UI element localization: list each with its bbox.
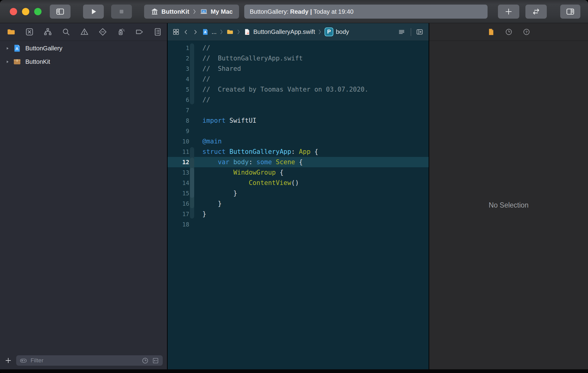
fold-gutter bbox=[189, 198, 194, 209]
line-number[interactable]: 13 bbox=[168, 167, 189, 178]
line-number[interactable]: 18 bbox=[168, 219, 189, 230]
toggle-inspector-button[interactable] bbox=[560, 5, 580, 19]
toggle-navigator-button[interactable] bbox=[50, 5, 71, 19]
zoom-window-button[interactable] bbox=[34, 8, 42, 15]
code-text: // bbox=[194, 95, 210, 105]
line-number[interactable]: 4 bbox=[168, 74, 189, 84]
source-control-navigator-tab[interactable] bbox=[20, 23, 38, 41]
disclosure-triangle-icon[interactable] bbox=[5, 46, 10, 51]
plus-icon bbox=[504, 7, 513, 16]
tree-item-label: ButtonKit bbox=[25, 58, 50, 65]
debug-navigator-tab[interactable] bbox=[112, 23, 130, 41]
spray-icon bbox=[116, 27, 126, 37]
line-number[interactable]: 3 bbox=[168, 63, 189, 74]
fold-gutter bbox=[189, 95, 194, 105]
line-number[interactable]: 8 bbox=[168, 115, 189, 126]
jump-bar: A...ButtonGalleryApp.swiftPbody bbox=[168, 23, 429, 41]
recent-files-filter-icon[interactable] bbox=[141, 357, 149, 364]
line-number[interactable]: 7 bbox=[168, 105, 189, 115]
library-button[interactable] bbox=[498, 5, 519, 19]
stop-button[interactable] bbox=[111, 5, 132, 19]
line-number[interactable]: 14 bbox=[168, 178, 189, 188]
code-text: struct ButtonGalleryApp: App { bbox=[194, 147, 318, 157]
quick-help-inspector-tab[interactable]: ? bbox=[522, 28, 531, 36]
line-number[interactable]: 12 bbox=[168, 157, 189, 167]
breadcrumb-item[interactable]: A... bbox=[201, 28, 217, 36]
disclosure-triangle-icon[interactable] bbox=[5, 60, 10, 64]
close-window-button[interactable] bbox=[10, 8, 17, 15]
file-inspector-tab[interactable] bbox=[487, 28, 495, 36]
breadcrumb-item[interactable]: ButtonGalleryApp.swift bbox=[243, 28, 315, 36]
code-line: 8import SwiftUI bbox=[168, 115, 429, 126]
go-forward-icon[interactable] bbox=[192, 29, 199, 35]
test-navigator-tab[interactable] bbox=[93, 23, 112, 41]
report-navigator-tab[interactable] bbox=[148, 23, 167, 41]
file-doc-icon bbox=[487, 28, 495, 36]
source-control-icon bbox=[25, 27, 34, 37]
symbol-navigator-tab[interactable] bbox=[38, 23, 57, 41]
fold-gutter bbox=[189, 209, 194, 219]
sidebar-left-icon bbox=[56, 7, 65, 16]
code-area[interactable]: 1//2// ButtonGalleryApp.swift3// Shared4… bbox=[168, 41, 429, 369]
line-number[interactable]: 5 bbox=[168, 84, 189, 95]
window-bottom-edge bbox=[0, 369, 588, 373]
find-navigator-tab[interactable] bbox=[57, 23, 75, 41]
add-item-icon[interactable] bbox=[4, 357, 12, 364]
history-inspector-tab[interactable] bbox=[505, 28, 513, 36]
scheme-selector[interactable]: ButtonKit My Mac bbox=[144, 5, 239, 19]
line-number[interactable]: 15 bbox=[168, 188, 189, 198]
svg-text:A: A bbox=[16, 46, 19, 51]
related-items-icon[interactable] bbox=[172, 28, 180, 36]
run-button[interactable] bbox=[83, 5, 104, 19]
code-line: 5// Created by Toomas Vahter on 03.07.20… bbox=[168, 84, 429, 95]
project-navigator-tab[interactable] bbox=[2, 23, 20, 41]
line-number[interactable]: 16 bbox=[168, 198, 189, 209]
code-text bbox=[194, 219, 202, 230]
breadcrumb-item[interactable] bbox=[226, 28, 234, 36]
activity-status-display[interactable]: ButtonGallery: Ready | Today at 19:40 bbox=[244, 5, 488, 19]
app-project-icon: A bbox=[201, 28, 209, 36]
breadcrumb: A...ButtonGalleryApp.swiftPbody bbox=[201, 27, 349, 36]
scheme-project-label: ButtonKit bbox=[162, 8, 189, 15]
stop-icon bbox=[117, 7, 126, 16]
symbols-icon bbox=[43, 27, 53, 37]
tree-item-buttonkit[interactable]: ButtonKit bbox=[0, 55, 167, 68]
fold-gutter bbox=[189, 105, 194, 115]
filter-field[interactable] bbox=[16, 355, 163, 366]
scheme-icon bbox=[151, 8, 159, 16]
adjust-editor-icon[interactable] bbox=[397, 28, 407, 36]
editor-panel: A...ButtonGalleryApp.swiftPbody 1//2// B… bbox=[168, 23, 429, 369]
code-text: ContentView() bbox=[194, 178, 299, 188]
issue-navigator-tab[interactable] bbox=[75, 23, 93, 41]
line-number[interactable]: 6 bbox=[168, 95, 189, 105]
search-icon bbox=[61, 27, 71, 37]
xcode-window: ButtonKit My Mac ButtonGallery: Ready | … bbox=[0, 0, 588, 373]
breadcrumb-item[interactable]: Pbody bbox=[325, 27, 349, 36]
code-text: // bbox=[194, 74, 210, 84]
editor-options-button[interactable] bbox=[525, 5, 547, 19]
warning-icon bbox=[80, 27, 89, 37]
chevron-separator-icon bbox=[192, 8, 197, 15]
line-number[interactable]: 17 bbox=[168, 209, 189, 219]
tree-item-label: ButtonGallery bbox=[25, 45, 62, 52]
code-line: 2// ButtonGalleryApp.swift bbox=[168, 53, 429, 63]
line-number[interactable]: 10 bbox=[168, 136, 189, 147]
code-line: 12 var body: some Scene { bbox=[168, 157, 429, 167]
filter-input[interactable] bbox=[30, 357, 139, 364]
line-number[interactable]: 2 bbox=[168, 53, 189, 63]
tree-item-buttongallery[interactable]: AButtonGallery bbox=[0, 42, 167, 55]
add-editor-icon[interactable] bbox=[415, 28, 424, 36]
breakpoint-navigator-tab[interactable] bbox=[130, 23, 148, 41]
line-number[interactable]: 11 bbox=[168, 147, 189, 157]
code-line: 14 ContentView() bbox=[168, 178, 429, 188]
scm-status-filter-icon[interactable] bbox=[152, 357, 159, 364]
filter-icon[interactable] bbox=[20, 357, 27, 364]
line-number[interactable]: 9 bbox=[168, 126, 189, 136]
project-tree[interactable]: AButtonGalleryButtonKit bbox=[0, 41, 167, 353]
fold-gutter bbox=[189, 219, 194, 230]
scheme-destination-label: My Mac bbox=[211, 8, 233, 15]
line-number[interactable]: 1 bbox=[168, 43, 189, 53]
minimize-window-button[interactable] bbox=[22, 8, 29, 15]
go-back-icon[interactable] bbox=[183, 29, 189, 35]
code-text: @main bbox=[194, 136, 222, 147]
